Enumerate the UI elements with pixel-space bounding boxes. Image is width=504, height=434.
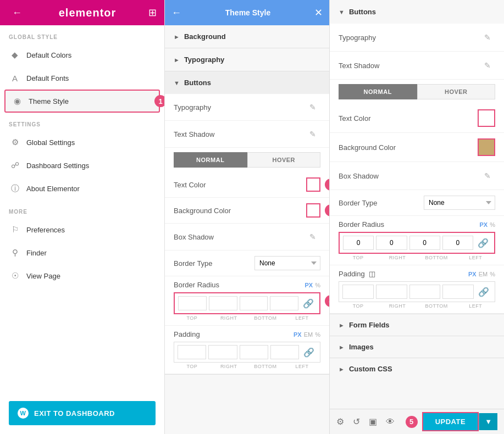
custom-css-section[interactable]: ► Custom CSS	[330, 358, 504, 380]
padding-link-button[interactable]: 🔗	[301, 344, 317, 360]
text-color-action	[306, 177, 320, 192]
px-unit-button[interactable]: PX	[305, 282, 313, 288]
images-section[interactable]: ► Images	[330, 336, 504, 358]
sidebar-item-default-fonts[interactable]: A Default Fonts	[0, 66, 164, 90]
typography-accordion-header[interactable]: ► Typography	[165, 48, 329, 71]
pct-unit-btn[interactable]: %	[315, 331, 320, 338]
sidebar-item-view-page[interactable]: ☉ View Page	[0, 264, 164, 287]
pct-unit-button[interactable]: %	[315, 282, 320, 288]
right-pct-unit[interactable]: %	[490, 221, 495, 228]
mid-close-button[interactable]: ✕	[314, 7, 323, 19]
form-fields-section[interactable]: ► Form Fields	[330, 314, 504, 336]
chevron-right-icon: ►	[174, 34, 180, 40]
right-text-color-swatch[interactable]	[478, 109, 495, 127]
right-radius-sub-labels: TOP RIGHT BOTTOM LEFT	[339, 255, 495, 260]
right-normal-tab[interactable]: NORMAL	[339, 84, 417, 99]
radius-link-button[interactable]: 🔗	[301, 296, 316, 311]
chevron-right-icon: ►	[339, 344, 345, 350]
right-padding-label: Padding ◫	[339, 270, 375, 278]
pad-bottom-input[interactable]	[240, 345, 268, 359]
buttons-accordion: ▼ Buttons Typography ✎ Text Shadow ✎	[165, 71, 329, 375]
exit-to-dashboard-button[interactable]: W EXIT TO DASHBOARD	[9, 401, 156, 425]
responsive-footer-icon[interactable]: ▣	[369, 416, 377, 427]
right-radius-left-input[interactable]	[442, 236, 473, 250]
sidebar-item-finder[interactable]: ⚲ Finder	[0, 241, 164, 264]
right-padding-link-button[interactable]: 🔗	[476, 284, 491, 299]
right-hover-tab[interactable]: HOVER	[417, 84, 496, 99]
sidebar-item-dashboard-settings[interactable]: ☍ Dashboard Settings	[0, 154, 164, 177]
buttons-accordion-header[interactable]: ▼ Buttons	[165, 71, 329, 94]
right-pad-right-input[interactable]	[376, 285, 407, 299]
info-icon: ⓘ	[9, 182, 21, 194]
user-icon: ⚐	[9, 224, 21, 236]
right-radius-inputs: 🔗	[339, 232, 495, 254]
right-radius-right-input[interactable]	[376, 236, 407, 250]
back-button[interactable]: ←	[8, 5, 26, 21]
hover-tab-button[interactable]: HOVER	[247, 152, 321, 168]
pad-top-input[interactable]	[178, 345, 206, 359]
right-px-unit[interactable]: PX	[480, 221, 488, 228]
update-button[interactable]: UPDATE	[422, 412, 479, 431]
mid-back-button[interactable]: ←	[171, 7, 181, 19]
right-pad-top-input[interactable]	[342, 285, 374, 299]
sidebar-item-global-settings[interactable]: ⚙ Global Settings	[0, 131, 164, 154]
radius-top-input[interactable]	[178, 296, 207, 310]
typography-field-label: Typography	[174, 103, 305, 112]
bg-color-field: Background Color 3	[165, 198, 329, 224]
right-border-type-select[interactable]: None	[424, 196, 495, 210]
typography-edit-button[interactable]: ✎	[305, 99, 320, 115]
right-pad-left-input[interactable]	[442, 285, 474, 299]
sidebar-item-default-colors[interactable]: ◆ Default Colors	[0, 43, 164, 66]
right-radius-link-button[interactable]: 🔗	[475, 235, 491, 251]
right-radius-top-input[interactable]	[343, 236, 374, 250]
sidebar-item-label: Global Settings	[26, 138, 156, 147]
em-unit-btn[interactable]: EM	[304, 331, 313, 338]
right-radius-bottom-input[interactable]	[409, 236, 440, 250]
normal-tab-button[interactable]: NORMAL	[174, 152, 247, 168]
right-text-shadow-edit-btn[interactable]: ✎	[480, 58, 495, 73]
right-buttons-header[interactable]: ▼ Buttons	[330, 0, 504, 24]
settings-section-label: SETTINGS	[0, 113, 164, 131]
bottom-label: BOTTOM	[248, 315, 283, 321]
right-px-unit[interactable]: PX	[468, 271, 477, 277]
text-color-swatch[interactable]	[306, 177, 320, 192]
box-shadow-edit-button[interactable]: ✎	[305, 229, 320, 244]
right-bg-color-swatch[interactable]	[478, 138, 495, 156]
radius-bottom-input[interactable]	[240, 296, 268, 310]
sidebar-item-about-elementor[interactable]: ⓘ About Elementor	[0, 177, 164, 200]
background-accordion-header[interactable]: ► Background	[165, 25, 329, 48]
chevron-right-icon: ►	[174, 57, 180, 63]
history-footer-icon[interactable]: ↺	[353, 416, 360, 427]
right-typography-label: Typography	[339, 34, 480, 42]
bg-color-swatch[interactable]	[306, 203, 320, 218]
update-arrow-button[interactable]: ▼	[479, 413, 497, 430]
settings-footer-icon[interactable]: ⚙	[336, 416, 344, 427]
right-pad-right: RIGHT	[379, 303, 416, 309]
text-shadow-edit-button[interactable]: ✎	[305, 126, 320, 142]
sidebar-item-label: Preferences	[26, 226, 156, 234]
padding-label: Padding	[174, 330, 200, 338]
typography-accordion: ► Typography	[165, 48, 329, 71]
padding-section: Padding PX EM % 🔗	[165, 326, 329, 374]
right-content: ▼ Buttons Typography ✎ Text Shadow ✎ NOR…	[330, 0, 504, 409]
right-typography-edit-btn[interactable]: ✎	[480, 30, 495, 45]
eye-footer-icon[interactable]: 👁	[386, 417, 395, 427]
right-bottom-label: BOTTOM	[418, 255, 455, 260]
right-typography-field: Typography ✎	[330, 24, 504, 52]
right-bg-color-label: Background Color	[339, 143, 478, 152]
right-pct-unit[interactable]: %	[490, 271, 495, 277]
right-box-shadow-edit-btn[interactable]: ✎	[480, 168, 495, 183]
sidebar-item-theme-style[interactable]: ◉ Theme Style 1	[4, 90, 160, 113]
right-pad-bottom-input[interactable]	[409, 285, 441, 299]
pad-right-input[interactable]	[208, 345, 237, 359]
grid-button[interactable]: ⊞	[148, 7, 157, 19]
pad-left-input[interactable]	[270, 345, 299, 359]
radius-right-input[interactable]	[209, 296, 237, 310]
radius-left-input[interactable]	[270, 296, 298, 310]
exit-btn-label: EXIT TO DASHBOARD	[34, 409, 115, 418]
border-type-select[interactable]: None	[254, 256, 320, 270]
right-em-unit[interactable]: EM	[479, 271, 488, 277]
right-padding-unit-btns: PX EM %	[468, 271, 495, 277]
px-unit-btn[interactable]: PX	[293, 331, 302, 338]
sidebar-item-preferences[interactable]: ⚐ Preferences	[0, 218, 164, 241]
